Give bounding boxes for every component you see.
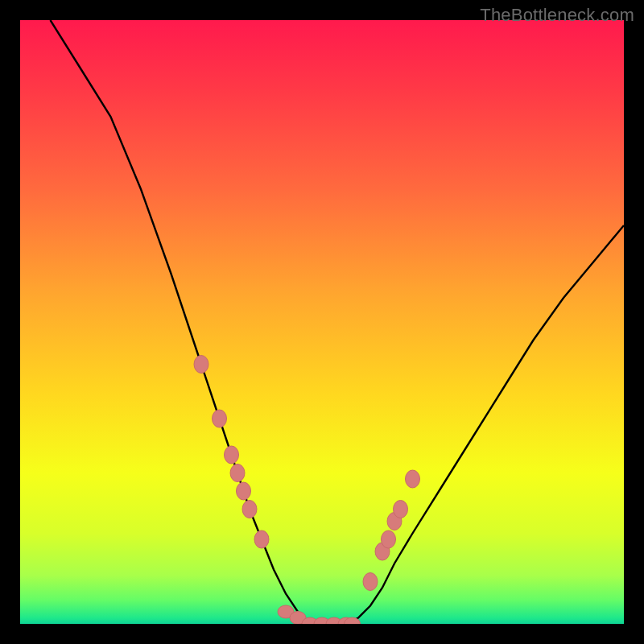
left-arm-marker bbox=[230, 464, 245, 482]
right-arm-marker bbox=[382, 530, 396, 548]
right-arm-marker bbox=[406, 470, 420, 488]
bottleneck-chart bbox=[20, 20, 624, 624]
watermark-text: TheBottleneck.com bbox=[480, 5, 634, 26]
left-arm-marker bbox=[213, 410, 227, 427]
right-arm-marker bbox=[394, 501, 408, 518]
chart-frame: TheBottleneck.com bbox=[0, 0, 644, 644]
left-arm-marker bbox=[194, 356, 208, 374]
plot-area bbox=[20, 20, 624, 624]
left-arm-marker bbox=[242, 501, 257, 518]
left-arm-marker bbox=[254, 530, 269, 548]
gradient-background bbox=[20, 20, 624, 624]
left-arm-marker bbox=[225, 446, 239, 464]
left-arm-marker bbox=[237, 482, 251, 500]
right-arm-marker bbox=[363, 573, 378, 591]
